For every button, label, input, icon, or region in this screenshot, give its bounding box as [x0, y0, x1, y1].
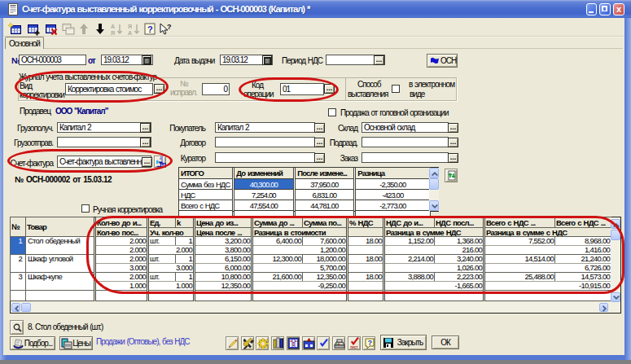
svg-text:?: ?: [147, 24, 153, 34]
svg-text:А: А: [111, 24, 115, 29]
svg-text:тест: тест: [350, 345, 358, 349]
svg-text:?: ?: [167, 23, 172, 31]
svg-text:?: ?: [368, 339, 373, 347]
svg-text:Я: Я: [128, 24, 132, 29]
svg-text:Я: Я: [111, 30, 115, 36]
svg-text:А: А: [128, 30, 132, 36]
